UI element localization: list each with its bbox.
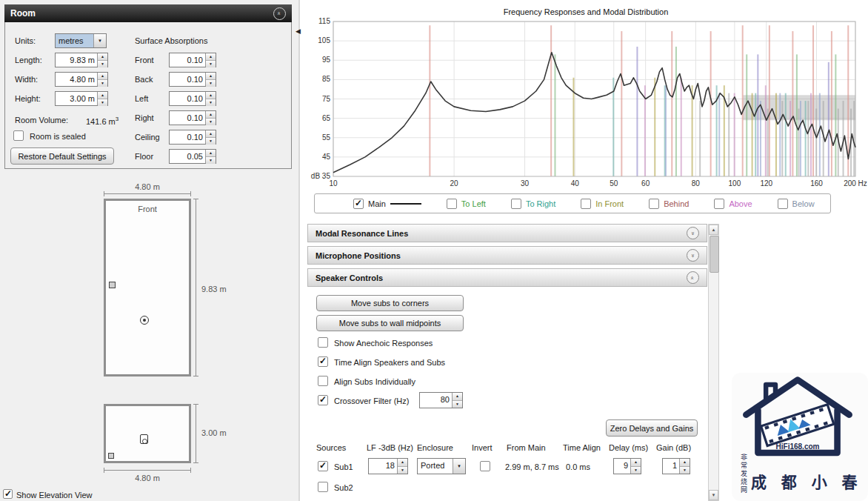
listener-marker[interactable] (140, 316, 149, 325)
room-panel-header[interactable]: Room » (4, 4, 292, 22)
legend-item-above[interactable]: Above (714, 199, 752, 209)
restore-defaults-button[interactable]: Restore Default Settings (10, 147, 114, 165)
legend-item-behind[interactable]: Behind (649, 199, 689, 209)
sub1-delay-stepper[interactable]: ▲▼ (630, 459, 641, 474)
scroll-down-arrow-icon[interactable]: ▼ (709, 490, 718, 500)
absorption-left-input[interactable]: 0.10 ▲▼ (169, 91, 216, 106)
step-up-icon[interactable]: ▲ (98, 73, 107, 79)
step-up-icon[interactable]: ▲ (206, 92, 216, 99)
length-stepper[interactable]: ▲▼ (97, 53, 107, 67)
collapse-chevron-icon[interactable]: » (273, 7, 286, 20)
legend-in-front-checkbox[interactable] (581, 199, 591, 209)
move-subs-midpoints-button[interactable]: Move subs to wall midpoints (316, 315, 464, 331)
sub1-gain-input[interactable]: 1 ▲▼ (662, 458, 690, 474)
step-down-icon[interactable]: ▼ (206, 156, 216, 164)
absorption-front-input[interactable]: 0.10 ▲▼ (169, 53, 216, 67)
legend-item-below[interactable]: Below (778, 199, 815, 209)
length-input[interactable]: 9.83 m ▲▼ (55, 53, 108, 67)
legend-item-to-left[interactable]: To Left (447, 199, 486, 209)
legend-to-left-checkbox[interactable] (447, 199, 457, 209)
step-up-icon[interactable]: ▲ (453, 393, 462, 400)
sub1-lf-stepper[interactable]: ▲▼ (397, 459, 407, 474)
subwoofer-marker[interactable] (108, 453, 114, 459)
move-subs-corners-button[interactable]: Move subs to corners (316, 295, 464, 311)
height-input[interactable]: 3.00 m ▲▼ (55, 91, 108, 106)
step-up-icon[interactable]: ▲ (206, 111, 216, 118)
absorption-floor-stepper[interactable]: ▲▼ (205, 150, 216, 163)
room-elevation-view[interactable] (104, 404, 191, 463)
show-elevation-checkbox[interactable] (3, 489, 13, 499)
step-up-icon[interactable]: ▲ (398, 459, 407, 466)
absorption-right-input[interactable]: 0.10 ▲▼ (169, 110, 216, 125)
width-input[interactable]: 4.80 m ▲▼ (55, 72, 108, 87)
step-down-icon[interactable]: ▼ (206, 60, 216, 67)
absorption-ceiling-input[interactable]: 0.10 ▲▼ (169, 130, 216, 145)
align-subs-checkbox[interactable] (318, 376, 328, 386)
units-select[interactable]: metres ▼ (55, 33, 107, 48)
sub1-delay-input[interactable]: 9 ▲▼ (613, 458, 641, 474)
legend-below-checkbox[interactable] (778, 199, 788, 209)
time-align-checkbox[interactable] (318, 356, 328, 367)
expand-chevron-icon[interactable]: » (687, 249, 699, 262)
legend-main-checkbox[interactable] (353, 199, 364, 209)
step-down-icon[interactable]: ▼ (206, 118, 216, 125)
zero-delays-gains-button[interactable]: Zero Delays and Gains (606, 419, 698, 437)
absorption-left-stepper[interactable]: ▲▼ (205, 92, 216, 105)
legend-item-main[interactable]: Main (353, 199, 421, 209)
step-up-icon[interactable]: ▲ (98, 92, 107, 99)
sub1-gain-stepper[interactable]: ▲▼ (679, 459, 690, 474)
legend-item-in-front[interactable]: In Front (581, 199, 624, 209)
collapse-chevron-icon[interactable]: » (687, 271, 699, 284)
step-down-icon[interactable]: ▼ (98, 79, 107, 87)
speaker-marker[interactable] (140, 434, 148, 444)
legend-behind-checkbox[interactable] (649, 199, 659, 209)
legend-item-to-right[interactable]: To Right (511, 199, 555, 209)
step-down-icon[interactable]: ▼ (98, 99, 107, 106)
absorption-right-stepper[interactable]: ▲▼ (205, 111, 216, 125)
crossover-stepper[interactable]: ▲▼ (452, 393, 462, 408)
show-anechoic-checkbox[interactable] (318, 337, 328, 348)
width-stepper[interactable]: ▲▼ (97, 73, 107, 86)
room-plan-view[interactable] (104, 199, 191, 376)
step-down-icon[interactable]: ▼ (631, 466, 641, 474)
step-down-icon[interactable]: ▼ (206, 79, 216, 87)
sub2-checkbox[interactable] (318, 482, 328, 492)
absorption-front-stepper[interactable]: ▲▼ (205, 53, 216, 67)
step-up-icon[interactable]: ▲ (206, 73, 216, 79)
crossover-filter-checkbox[interactable] (318, 395, 328, 405)
scroll-up-arrow-icon[interactable]: ▲ (709, 225, 718, 235)
vertical-scrollbar[interactable]: ▲ ▼ (708, 224, 719, 501)
enclosure-dropdown-arrow-icon[interactable]: ▼ (453, 459, 465, 474)
absorption-ceiling-stepper[interactable]: ▲▼ (205, 130, 216, 144)
units-dropdown-arrow-icon[interactable]: ▼ (93, 34, 106, 47)
room-sealed-checkbox[interactable] (13, 130, 24, 141)
sub1-invert-checkbox[interactable] (480, 461, 490, 471)
expand-chevron-icon[interactable]: » (687, 227, 699, 239)
splitter-collapse-handle[interactable]: ◀ (296, 27, 301, 35)
crossover-frequency-input[interactable]: 80 ▲▼ (419, 392, 463, 408)
step-down-icon[interactable]: ▼ (453, 400, 462, 408)
panel-bar-microphone-positions[interactable]: Microphone Positions » (307, 246, 707, 265)
scrollbar-thumb[interactable] (710, 236, 719, 273)
step-up-icon[interactable]: ▲ (206, 53, 216, 60)
sub1-checkbox[interactable] (318, 461, 328, 471)
sub1-enclosure-select[interactable]: Ported ▼ (417, 458, 466, 474)
frequency-response-chart[interactable]: 115105958575655545dB 3510203040506080100… (304, 6, 868, 193)
step-up-icon[interactable]: ▲ (680, 459, 690, 466)
step-down-icon[interactable]: ▼ (206, 137, 216, 145)
legend-to-right-checkbox[interactable] (511, 199, 521, 209)
step-down-icon[interactable]: ▼ (206, 99, 216, 106)
step-up-icon[interactable]: ▲ (631, 459, 641, 466)
step-down-icon[interactable]: ▼ (680, 466, 690, 474)
panel-bar-modal-resonance-lines[interactable]: Modal Resonance Lines » (307, 224, 707, 242)
absorption-back-input[interactable]: 0.10 ▲▼ (169, 72, 216, 87)
height-stepper[interactable]: ▲▼ (97, 92, 107, 105)
step-down-icon[interactable]: ▼ (398, 466, 407, 474)
step-up-icon[interactable]: ▲ (206, 150, 216, 156)
panel-bar-speaker-controls[interactable]: Speaker Controls » (307, 268, 707, 287)
absorption-back-stepper[interactable]: ▲▼ (205, 73, 216, 86)
step-up-icon[interactable]: ▲ (98, 53, 107, 60)
step-down-icon[interactable]: ▼ (98, 60, 107, 67)
absorption-floor-input[interactable]: 0.05 ▲▼ (169, 149, 216, 164)
legend-above-checkbox[interactable] (714, 199, 724, 209)
